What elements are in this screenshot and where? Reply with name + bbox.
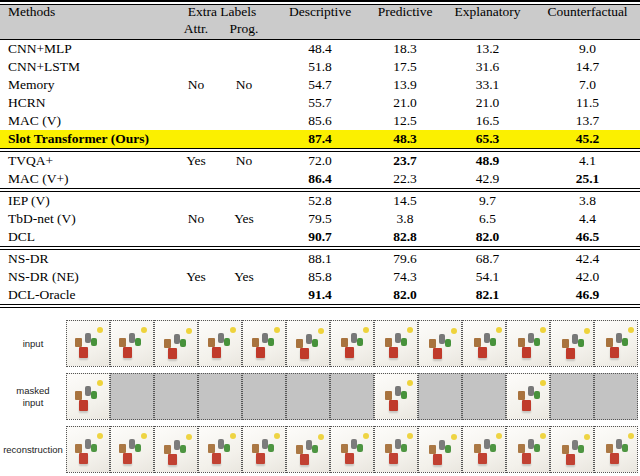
prog-cell [218, 228, 270, 247]
clevr-scene [463, 321, 505, 366]
masked-frame [418, 373, 462, 420]
method-cell: HCRN [0, 94, 174, 112]
brown-cube-object [518, 338, 525, 347]
score-cell: 91.4 [270, 286, 370, 304]
gray-cylinder-object [528, 386, 534, 396]
video-frame [110, 426, 154, 473]
red-cube-object [300, 454, 309, 465]
red-cube-object [478, 453, 487, 464]
brown-cube-object [518, 444, 525, 453]
brown-cube-object [385, 391, 392, 400]
red-cube-object [123, 453, 132, 464]
green-cylinder-object [578, 339, 584, 347]
red-cube-object [256, 347, 265, 358]
brown-cube-object [75, 444, 82, 453]
clevr-scene [551, 427, 593, 472]
method-cell: TbD-net (V) [0, 210, 174, 228]
clevr-scene [67, 427, 109, 472]
green-cylinder-object [180, 339, 186, 347]
yellow-ball-object [141, 433, 147, 439]
red-cube-object [433, 348, 442, 359]
score-cell: 88.1 [270, 250, 370, 269]
yellow-ball-object [540, 327, 546, 333]
clevr-scene [595, 321, 637, 366]
brown-cube-object [208, 338, 215, 347]
score-cell: 17.5 [370, 58, 440, 76]
clevr-scene [67, 321, 109, 366]
video-frame [66, 373, 110, 420]
video-frame [198, 320, 242, 367]
score-cell: 21.0 [440, 94, 535, 112]
score-cell: 12.5 [370, 112, 440, 130]
score-cell: 48.3 [370, 130, 440, 149]
yellow-ball-object [318, 328, 324, 334]
prog-cell [218, 250, 270, 269]
score-cell: 68.7 [440, 250, 535, 269]
score-cell: 72.0 [270, 152, 370, 171]
green-cylinder-object [622, 338, 628, 346]
masked-frame [154, 373, 198, 420]
red-cube-object [610, 453, 619, 464]
green-cylinder-object [312, 445, 318, 453]
green-cylinder-object [534, 391, 540, 399]
video-frame [550, 320, 594, 367]
table-row: TbD-net (V)NoYes79.53.86.54.4 [0, 210, 640, 228]
score-cell: 7.0 [535, 76, 640, 94]
attr-cell [174, 286, 218, 304]
score-cell: 42.4 [535, 250, 640, 269]
red-cube-object [389, 453, 398, 464]
clevr-scene [375, 374, 417, 419]
attr-cell [174, 112, 218, 130]
masked-frame [110, 373, 154, 420]
red-cube-object [79, 453, 88, 464]
table-row: DCL90.782.882.046.5 [0, 228, 640, 247]
score-cell: 51.8 [270, 58, 370, 76]
green-cylinder-object [268, 444, 274, 452]
score-cell: 9.7 [440, 192, 535, 211]
clevr-scene [243, 427, 285, 472]
brown-cube-object [296, 339, 303, 348]
table-row: IEP (V)52.814.59.73.8 [0, 192, 640, 211]
yellow-ball-object [230, 327, 236, 333]
green-cylinder-object [357, 338, 363, 346]
clevr-scene [507, 321, 549, 366]
clevr-scene [419, 427, 461, 472]
brown-cube-object [518, 391, 525, 400]
masked-frame [286, 373, 330, 420]
gray-cylinder-object [528, 333, 534, 343]
yellow-ball-object [496, 433, 502, 439]
score-cell: 74.3 [370, 268, 440, 286]
gray-cylinder-object [528, 439, 534, 449]
prog-cell [218, 112, 270, 130]
prog-cell [218, 58, 270, 76]
video-frame [286, 320, 330, 367]
red-cube-object [345, 453, 354, 464]
green-cylinder-object [268, 338, 274, 346]
score-cell: 14.7 [535, 58, 640, 76]
red-cube-object [168, 454, 177, 465]
method-cell: Slot Transformer (Ours) [0, 130, 174, 149]
video-frame [374, 426, 418, 473]
yellow-ball-object [97, 327, 103, 333]
yellow-ball-object [451, 434, 457, 440]
score-cell: 86.4 [270, 170, 370, 189]
method-cell: MAC (V) [0, 112, 174, 130]
score-cell: 79.6 [370, 250, 440, 269]
score-cell: 3.8 [535, 192, 640, 211]
header-prog: Prog. [218, 22, 270, 40]
brown-cube-object [75, 338, 82, 347]
video-frame [462, 320, 506, 367]
brown-cube-object [341, 444, 348, 453]
attr-cell: Yes [174, 268, 218, 286]
red-cube-object [522, 400, 531, 411]
red-cube-object [610, 347, 619, 358]
brown-cube-object [429, 445, 436, 454]
header-methods: Methods [0, 5, 174, 40]
score-cell: 31.6 [440, 58, 535, 76]
yellow-ball-object [496, 327, 502, 333]
score-cell: 23.7 [370, 152, 440, 171]
clevr-scene [507, 374, 549, 419]
score-cell: 79.5 [270, 210, 370, 228]
score-cell: 46.9 [535, 286, 640, 304]
score-cell: 45.2 [535, 130, 640, 149]
